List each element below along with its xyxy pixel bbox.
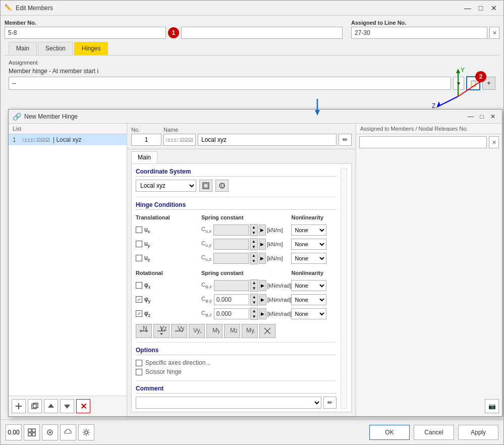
uy-spring-input[interactable] <box>213 239 249 250</box>
move-up-button[interactable] <box>44 399 58 413</box>
dialog-tab-main[interactable]: Main <box>131 151 157 163</box>
add-list-item-button[interactable] <box>12 399 26 413</box>
tab-main[interactable]: Main <box>9 42 37 55</box>
bottom-right-actions: OK Cancel Apply <box>369 425 498 440</box>
dialog-title: New Member Hinge <box>24 113 466 120</box>
hinge-icon-btn-3[interactable]: Vy <box>171 324 187 338</box>
hinge-icon-btn-8[interactable] <box>259 324 275 338</box>
name-edit-button[interactable]: ✏ <box>339 134 352 146</box>
scissor-hinge-checkbox[interactable] <box>136 369 142 375</box>
maximize-button[interactable]: □ <box>475 3 486 14</box>
value-display-button[interactable]: 0.00 <box>6 424 22 440</box>
clear-line-button[interactable]: ✕ <box>489 27 499 39</box>
phix-checkbox[interactable] <box>136 282 142 289</box>
coord-icon-btn-1[interactable] <box>199 180 212 192</box>
ux-step-down[interactable]: ▼ <box>250 230 257 236</box>
delete-list-item-button[interactable]: ✕ <box>76 399 90 413</box>
phiy-nonlin-select[interactable]: None <box>291 294 326 305</box>
coord-icon-btn-2[interactable]: G <box>215 180 229 192</box>
hinge-icon-btn-1[interactable]: N <box>136 324 152 338</box>
cancel-button[interactable]: Cancel <box>414 425 454 440</box>
tab-section[interactable]: Section <box>38 42 73 55</box>
middle-input[interactable] <box>181 27 343 39</box>
phiy-spring-input[interactable] <box>214 294 249 305</box>
grid-button[interactable] <box>24 424 40 440</box>
phiy-step-down[interactable]: ▼ <box>251 300 258 305</box>
ok-button[interactable]: OK <box>369 425 410 440</box>
hinge-label: Member hinge - At member start i <box>9 68 495 75</box>
uz-step-up[interactable]: ▲ <box>250 253 257 258</box>
dialog-close-button[interactable]: ✕ <box>488 112 498 122</box>
ux-arrow-btn[interactable]: ▶ <box>259 225 266 236</box>
no-name-row: No. Name □□□□ ☑☑☑ ✏ <box>127 124 356 149</box>
ux-checkbox[interactable] <box>136 227 142 233</box>
comment-title: Comment <box>136 385 337 394</box>
phiz-spring-input[interactable] <box>214 308 249 319</box>
phiz-nonlin-select[interactable]: None <box>291 308 326 319</box>
phix-spring-input[interactable] <box>214 280 249 291</box>
phiy-checkbox[interactable] <box>136 296 142 303</box>
phix-step-up[interactable]: ▲ <box>251 280 258 286</box>
phiy-arrow-btn[interactable]: ▶ <box>259 294 266 305</box>
move-down-button[interactable] <box>60 399 74 413</box>
phiz-step-up[interactable]: ▲ <box>251 308 258 314</box>
phix-step-down[interactable]: ▼ <box>251 286 258 291</box>
phix-arrow-btn[interactable]: ▶ <box>259 280 266 291</box>
hinge-icon-btn-4[interactable]: Vy,z <box>189 324 205 338</box>
assigned-line-input[interactable] <box>351 27 487 39</box>
comment-input[interactable] <box>136 397 321 409</box>
uy-arrow-btn[interactable]: ▶ <box>259 239 266 250</box>
name-input[interactable] <box>198 134 337 146</box>
snap-button[interactable] <box>42 424 58 440</box>
phiz-step-down[interactable]: ▼ <box>251 314 258 319</box>
uz-spring-input[interactable] <box>213 253 249 264</box>
comment-edit-button[interactable]: ✏ <box>323 397 337 409</box>
phiz-checkbox[interactable] <box>136 310 142 317</box>
uy-nonlin-select[interactable]: None <box>291 239 326 250</box>
dialog-form-content: Coordinate System Local xyz G <box>131 163 352 412</box>
uz-checkbox[interactable] <box>136 255 142 261</box>
minimize-button[interactable]: — <box>462 3 473 14</box>
hinge-dropdown[interactable]: -- <box>9 77 451 90</box>
hinge-icon-btn-5[interactable]: My <box>206 324 222 338</box>
hinge-icon-btn-2[interactable]: Vz <box>153 324 170 338</box>
settings-button[interactable] <box>78 424 94 440</box>
comment-section: Comment ✏ <box>136 385 337 409</box>
uz-step-down[interactable]: ▼ <box>250 258 257 264</box>
phiy-step-up[interactable]: ▲ <box>251 294 258 300</box>
assigned-footer: 📷 <box>356 396 502 416</box>
no-input[interactable] <box>131 134 161 146</box>
assigned-camera-button[interactable]: 📷 <box>485 399 499 413</box>
cloud-button[interactable] <box>60 424 76 440</box>
ux-spring-input[interactable] <box>213 225 249 236</box>
assigned-input[interactable] <box>359 136 487 148</box>
uz-arrow-btn[interactable]: ▶ <box>259 253 266 264</box>
hinge-icon-btn-6[interactable]: Mz <box>224 324 240 338</box>
uy-step-down[interactable]: ▼ <box>250 244 257 250</box>
specific-axes-checkbox[interactable] <box>136 360 142 366</box>
ux-nonlin-select[interactable]: None <box>291 225 326 236</box>
member-no-input[interactable] <box>5 27 166 39</box>
hinge-icon-btn-7[interactable]: My,z <box>242 324 258 338</box>
coord-select[interactable]: Local xyz <box>136 180 196 192</box>
uy-spring-row: Cu,y ▲ ▼ ▶ [kN/m] <box>201 238 291 250</box>
main-window: ✏️ Edit Members — □ ✕ Member No. 1 <box>0 0 504 445</box>
list-header: List <box>9 124 127 134</box>
dialog-minimize-button[interactable]: — <box>466 112 476 122</box>
uy-step-up[interactable]: ▲ <box>250 239 257 244</box>
ux-step-up[interactable]: ▲ <box>250 225 257 230</box>
tab-hinges[interactable]: Hinges <box>74 42 108 55</box>
phiz-arrow-btn[interactable]: ▶ <box>259 308 266 319</box>
assigned-clear-button[interactable]: ✕ <box>489 136 499 148</box>
scissor-hinge-label: Scissor hinge <box>145 368 182 375</box>
duplicate-list-item-button[interactable] <box>28 399 42 413</box>
close-button[interactable]: ✕ <box>488 3 499 14</box>
list-item[interactable]: 1 □□□□ ☑☑☑ | Local xyz <box>9 134 127 145</box>
phix-nonlin-select[interactable]: None <box>291 280 326 291</box>
uy-checkbox[interactable] <box>136 241 142 247</box>
uz-nonlin-select[interactable]: None <box>291 253 326 264</box>
apply-button[interactable]: Apply <box>458 425 498 440</box>
main-tabs-bar: Main Section Hinges <box>5 42 499 55</box>
dialog-maximize-button[interactable]: □ <box>477 112 487 122</box>
uz-spring-row: Cu,z ▲ ▼ ▶ [kN/m] <box>201 252 291 264</box>
